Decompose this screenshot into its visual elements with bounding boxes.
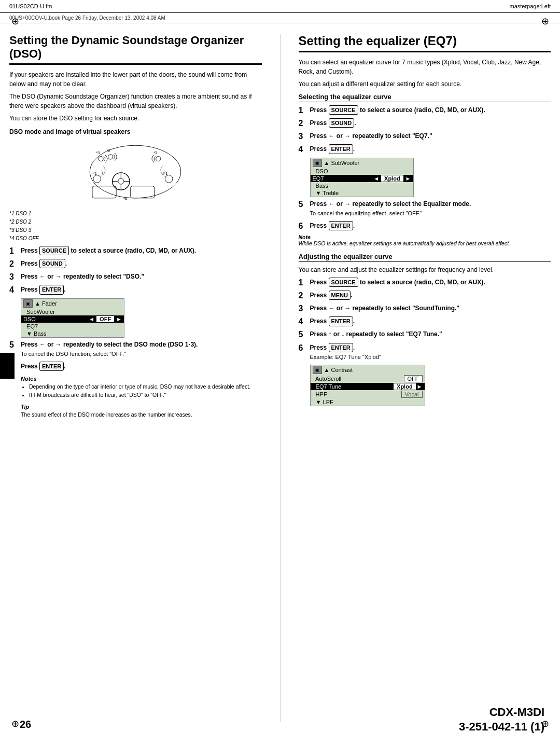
header-right: masterpage:Left — [510, 3, 551, 9]
footnote-4: *4 DSO OFF — [9, 234, 262, 243]
right-note-text: While DSO is active, equalizer settings … — [299, 240, 511, 246]
screen3-hpf: HPF Vocal — [310, 390, 425, 398]
model-line2: 3-251-042-11 (1) — [459, 720, 544, 735]
svg-point-14 — [156, 156, 161, 161]
left-section-title: Setting the Dynamic Soundstage Organizer… — [9, 34, 262, 65]
step-5-content: Press ← or → repeatedly to select the DS… — [21, 340, 262, 358]
screen-dso-label: DSO — [23, 316, 36, 322]
screen-subwoofer-label: SubWoofer — [21, 308, 124, 315]
screen-dso-value: OFF — [96, 316, 114, 322]
svg-point-10 — [99, 156, 103, 161]
page-number: 26 — [20, 719, 31, 730]
eq-screen-icon: ▣ — [313, 159, 322, 167]
screen3-eq7tune: EQ7 Tune Xplod ► — [310, 383, 425, 390]
sel-step-3-num: 3 — [299, 131, 310, 141]
eq-screen-eq7: EQ7 ◄ Xplod ► — [310, 175, 413, 182]
reg-mark-tr: ⊕ — [539, 16, 551, 27]
screen3-eq7tune-value: Xplod — [394, 383, 416, 390]
notes-title: Notes — [21, 375, 262, 383]
right-section-title: Setting the equalizer (EQ7) — [299, 34, 551, 52]
screen-row-dso: DSO ◄ OFF ► — [21, 315, 124, 323]
main-content: Setting the Dynamic Soundstage Organizer… — [0, 23, 560, 727]
step-4-content: Press ENTER. — [21, 285, 262, 295]
step-3: 3 Press ← or → repeatedly to select "DSO… — [9, 272, 262, 282]
sel-step-2-content: Press SOUND. — [310, 118, 551, 128]
svg-rect-8 — [131, 186, 155, 198]
sel-step-6: 6 Press ENTER. — [299, 221, 551, 231]
adjusting-intro: You can store and adjust the equalizer s… — [299, 265, 551, 274]
step-4-num: 4 — [9, 285, 21, 295]
screen-icon: ▣ — [23, 299, 33, 308]
header: 01US02CD-U.fm masterpage:Left — [0, 0, 560, 13]
column-divider — [280, 34, 281, 722]
sel-step-1: 1 Press SOURCE to select a source (radio… — [299, 105, 551, 115]
sel-step-1-num: 1 — [299, 105, 310, 115]
header-left: 01US02CD-U.fm — [9, 3, 52, 9]
left-intro-1: If your speakers are installed into the … — [9, 70, 262, 89]
eq-eq7-value: Xplod — [381, 175, 403, 182]
step-1: 1 Press SOURCE to select a source (radio… — [9, 246, 262, 256]
screen-fader-label: ▲ Fader — [35, 300, 57, 307]
eq7-screen: ▣ ▲ SubWoofer DSO EQ7 ◄ Xplod — [310, 158, 551, 197]
model-number: CDX-M3DI 3-251-042-11 (1) — [459, 705, 544, 735]
screen3-autoscroll-value: OFF — [404, 375, 423, 382]
eq-screen-treble: ▼ Treble — [310, 189, 413, 197]
enter-kbd-r4: ENTER — [329, 343, 353, 353]
svg-point-12 — [108, 155, 113, 159]
selecting-title: Selecting the equalizer curve — [299, 93, 551, 102]
example-label: Example: EQ7 Tune "Xplod" — [310, 354, 381, 360]
sel-step-4-content: Press ENTER. — [310, 144, 551, 154]
dso-screen: ▣ ▲ Fader SubWoofer DSO ◄ OFF — [21, 298, 262, 338]
step-1-content: Press SOURCE to select a source (radio, … — [21, 246, 262, 256]
screen-bass-label: ▼ Bass — [21, 330, 124, 338]
left-steps: 1 Press SOURCE to select a source (radio… — [9, 246, 262, 371]
screen-row-subwoofer: SubWoofer — [21, 308, 124, 315]
sel-step-2: 2 Press SOUND. — [299, 118, 551, 128]
adj-step-4-num: 4 — [299, 316, 310, 326]
screen3-hpf-label: HPF — [313, 391, 327, 397]
left-tip: Tip The sound effect of the DSO mode inc… — [21, 403, 262, 419]
step-2: 2 Press SOUND. — [9, 259, 262, 269]
sub-header-text: 00US+00COV-U.book Page 26 Friday, Decemb… — [9, 15, 165, 21]
bookmark — [0, 353, 15, 379]
eq-dso-label: DSO — [310, 168, 413, 175]
step-3-num: 3 — [9, 272, 21, 282]
screen-row-fader: ▣ ▲ Fader — [21, 298, 124, 308]
tip-title: Tip — [21, 403, 262, 411]
adj-step-1-num: 1 — [299, 278, 310, 287]
sel-step-6-num: 6 — [299, 221, 310, 231]
svg-rect-7 — [92, 186, 116, 198]
svg-point-19 — [165, 175, 173, 183]
svg-text:*2: *2 — [107, 148, 110, 153]
adj-step-6: 6 Press ENTER. Example: EQ7 Tune "Xplod" — [299, 343, 551, 362]
right-note-italic: Note While DSO is active, equalizer sett… — [299, 234, 551, 246]
adj-step-3-content: Press ← or → repeatedly to select "Sound… — [310, 303, 551, 313]
screen-eq7-label: EQ7 — [21, 323, 124, 330]
sel-step-4: 4 Press ENTER. — [299, 144, 551, 154]
model-line1: CDX-M3DI — [459, 705, 544, 720]
screen3-lpf: ▼ LPF — [310, 398, 425, 406]
screen-row-bass: ▼ Bass — [21, 330, 124, 338]
right-column: Setting the equalizer (EQ7) You can sele… — [299, 34, 551, 722]
diagram-title: DSO mode and image of virtual speakers — [9, 128, 262, 135]
eq7-tune-screen: ▣ ▲ Contrast AutoScroll OFF EQ7 Tune Xpl… — [310, 365, 551, 406]
screen3-autoscroll-label: AutoScroll — [313, 376, 342, 382]
step-3-content: Press ← or → repeatedly to select "DSO." — [21, 272, 262, 281]
eq-screen-row-sub: ▣ ▲ SubWoofer — [310, 158, 413, 168]
sound-kbd: SOUND — [39, 259, 65, 269]
sel-step-6-content: Press ENTER. — [310, 221, 551, 231]
eq-screen-bass: Bass — [310, 182, 413, 189]
sub-header: 00US+00COV-U.book Page 26 Friday, Decemb… — [0, 13, 560, 23]
step-5-num: 5 — [9, 340, 21, 350]
eq-eq7-label: EQ7 — [313, 175, 324, 182]
source-kbd: SOURCE — [39, 246, 69, 256]
step-6: 6 Press ENTER. — [9, 362, 262, 371]
screen3-icon: ▣ — [313, 366, 322, 374]
adj-step-4-content: Press ENTER. — [310, 316, 551, 326]
left-column: Setting the Dynamic Soundstage Organizer… — [9, 34, 262, 722]
eq-bass-label: Bass — [310, 182, 413, 189]
sel-step-2-num: 2 — [299, 118, 310, 128]
adj-step-5-content: Press ↑ or ↓ repeatedly to select "EQ7 T… — [310, 329, 551, 339]
adj-step-5: 5 Press ↑ or ↓ repeatedly to select "EQ7… — [299, 329, 551, 339]
selecting-steps: 1 Press SOURCE to select a source (radio… — [299, 105, 551, 231]
